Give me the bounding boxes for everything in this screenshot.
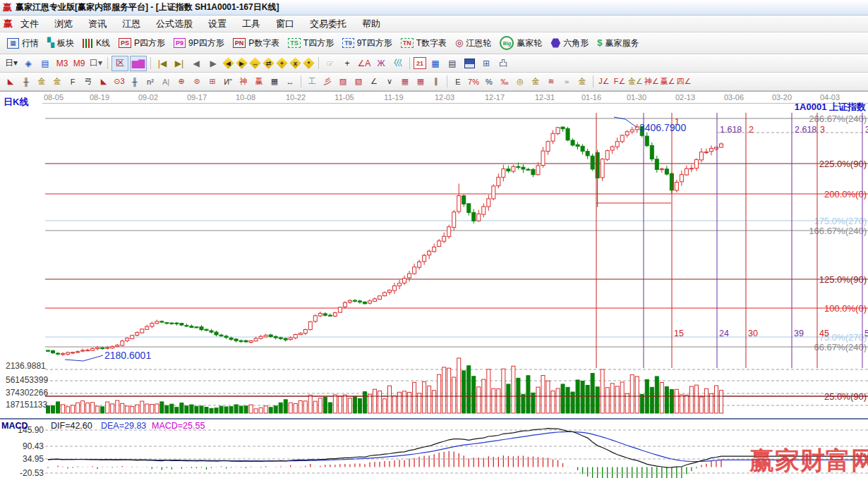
calendar-button[interactable]: 21 (414, 57, 426, 69)
menu-item-6[interactable]: 设置 (200, 18, 234, 30)
notes-button[interactable]: ▤ (445, 56, 460, 71)
marker-pen-tool[interactable]: ◣ (97, 75, 111, 89)
grid-tool[interactable]: ▦ (398, 75, 412, 89)
t-number-table-button[interactable]: TNT数字表 (401, 37, 447, 49)
shen-ruler-tool[interactable]: 神 (236, 75, 251, 89)
percent-tool[interactable]: % (482, 75, 496, 89)
pen-tool[interactable]: ◣ (4, 75, 18, 89)
export-button[interactable]: ⊞ (478, 56, 494, 71)
menu-item-5[interactable]: 公式选股 (148, 18, 200, 30)
f-angle-tool[interactable]: F∠ (613, 75, 627, 89)
compass-tool[interactable]: ⊕ (174, 75, 188, 89)
nav-hspan-diamond-button[interactable]: ↔ (249, 57, 261, 69)
fibo-tool[interactable]: F (66, 75, 80, 89)
p-number-table-button[interactable]: PNP数字表 (233, 37, 280, 49)
save-button[interactable] (462, 56, 477, 71)
gold-section-tool[interactable]: 金 (50, 75, 64, 89)
fan-lines-tool[interactable]: 彡 (320, 75, 334, 89)
grid-ruler-tool[interactable]: ╫ (128, 75, 142, 89)
candle-style-button[interactable]: 口▾ (88, 56, 104, 71)
ying-ruler-tool[interactable]: 赢 (252, 75, 266, 89)
box-fan-tool[interactable]: ▧ (351, 75, 366, 89)
crosshair-button[interactable]: + (339, 56, 355, 71)
nav-center-diamond-button[interactable]: + (276, 57, 288, 69)
span-arrow-tool[interactable]: ↔ (283, 75, 297, 89)
web-wheel-tool[interactable]: ⊞ (205, 75, 219, 89)
winner-service-button[interactable]: $赢家服务 (597, 37, 639, 49)
strategy-button[interactable]: 巛 (390, 56, 406, 71)
ruler-tool[interactable]: ╫ (19, 75, 33, 89)
quote-mark-tool[interactable]: И” (221, 75, 235, 89)
chart-canvas[interactable]: 08-0508-1909-0209-1710-0810-2211-0511-19… (0, 91, 868, 478)
shen-angle-tool[interactable]: 神∠ (644, 75, 659, 89)
jump-first-button[interactable]: |◀ (155, 56, 170, 71)
t-square-button[interactable]: TST四方形 (288, 37, 334, 49)
j-angle-tool[interactable]: J∠ (597, 75, 611, 89)
gold-wave-tool[interactable]: 金 (575, 75, 589, 89)
self-select-button[interactable]: ◈ (20, 56, 36, 71)
print-button[interactable]: 凸 (495, 56, 511, 71)
parallel-tool[interactable]: ∥ (429, 75, 443, 89)
menu-item-1[interactable]: 文件 (13, 18, 47, 30)
gann-wheel-button[interactable]: ◎江恩轮 (455, 37, 491, 49)
grid-arrow-tool[interactable]: ▦ (414, 75, 428, 89)
frame-tool[interactable]: 工 (305, 75, 319, 89)
kline-period-button[interactable]: 日▾ (4, 56, 19, 71)
ying-angle-tool[interactable]: 赢∠ (661, 75, 675, 89)
p-square-button[interactable]: PSP四方形 (119, 37, 165, 49)
chart-area[interactable]: 08-0508-1909-0209-1710-0810-2211-0511-19… (0, 91, 868, 478)
mirror-tool[interactable]: A| (159, 75, 173, 89)
grid-123-tool[interactable]: ▦ (267, 75, 282, 89)
kline-button[interactable]: K线 (83, 37, 110, 49)
si-angle-tool[interactable]: 四∠ (677, 75, 692, 89)
permille-tool[interactable]: ‰ (498, 75, 512, 89)
quotes-button[interactable]: ▦行情 (7, 37, 39, 49)
hexagon-button[interactable]: 六角形 (550, 37, 589, 49)
nav-cross-diamond-button[interactable]: x (289, 57, 301, 69)
ninet-square-button[interactable]: T99T四方形 (342, 37, 392, 49)
zigzag-tool[interactable]: ∨ (382, 75, 397, 89)
title-bar[interactable]: 赢 赢家江恩专业版[赢家内部服务平台] - [上证指数 SH1A0001-167… (0, 0, 868, 16)
color-volume-button[interactable]: ▆▇ (130, 56, 147, 71)
menu-item-4[interactable]: 江恩 (114, 18, 148, 30)
gold-circle-tool[interactable]: ◎ (513, 75, 527, 89)
menu-item-3[interactable]: 资讯 (80, 18, 114, 30)
gold-level-tool[interactable]: 金 (529, 75, 543, 89)
n-square-tool[interactable]: n² (143, 75, 157, 89)
chart-3-button[interactable]: M3 (54, 56, 70, 71)
sectors-button[interactable]: ▚板块 (47, 37, 74, 49)
spiral-tool[interactable]: 弓 (81, 75, 95, 89)
menu-item-8[interactable]: 窗口 (268, 18, 302, 30)
fan-box-tool[interactable]: ▨ (336, 75, 350, 89)
nav-left-diamond-button[interactable]: ◀ (222, 57, 234, 69)
page-prev-button[interactable]: ◀ (188, 56, 204, 71)
ruler-e-tool[interactable]: E (451, 75, 465, 89)
menu-item-10[interactable]: 帮助 (354, 18, 388, 30)
menu-item-2[interactable]: 浏览 (47, 18, 80, 30)
nav-move-diamond-button[interactable]: * (303, 57, 315, 69)
drag-hand-button[interactable]: ☞ (323, 56, 338, 71)
page-next-button[interactable]: ▶ (205, 56, 221, 71)
wave-tool[interactable]: ≈ (560, 75, 574, 89)
cycle-circle-tool[interactable]: ⊙3 (112, 75, 126, 89)
f10-report-button[interactable]: ▤ (37, 56, 53, 71)
calculator-button[interactable]: ▦ (428, 56, 443, 71)
pen-bars-tool[interactable]: ≋ (544, 75, 558, 89)
angle-lines-tool[interactable]: ∠ (367, 75, 381, 89)
jump-last-button[interactable]: ▶| (171, 56, 187, 71)
svg-text:3: 3 (820, 125, 825, 135)
winner-wheel-button[interactable]: Big赢家轮 (500, 36, 542, 50)
percent7-tool[interactable]: 7% (466, 75, 481, 89)
region-select-button[interactable]: 区 (111, 56, 128, 71)
gold-angle-tool[interactable]: 金∠ (628, 75, 643, 89)
menu-item-7[interactable]: 工具 (234, 18, 268, 30)
gann-shape-button[interactable]: Ж (373, 56, 389, 71)
nav-right-diamond-button[interactable]: ▶ (236, 57, 248, 69)
ninep-square-button[interactable]: P99P四方形 (174, 37, 224, 49)
chart-9-button[interactable]: M9 (71, 56, 87, 71)
gold-ratio-tool[interactable]: 金 (35, 75, 49, 89)
menu-item-9[interactable]: 交易委托 (302, 18, 354, 30)
nav-swap-diamond-button[interactable]: ⇄ (263, 57, 275, 69)
angle-measure-button[interactable]: ∠A (356, 56, 372, 71)
star-wheel-tool[interactable]: ⊛ (190, 75, 204, 89)
